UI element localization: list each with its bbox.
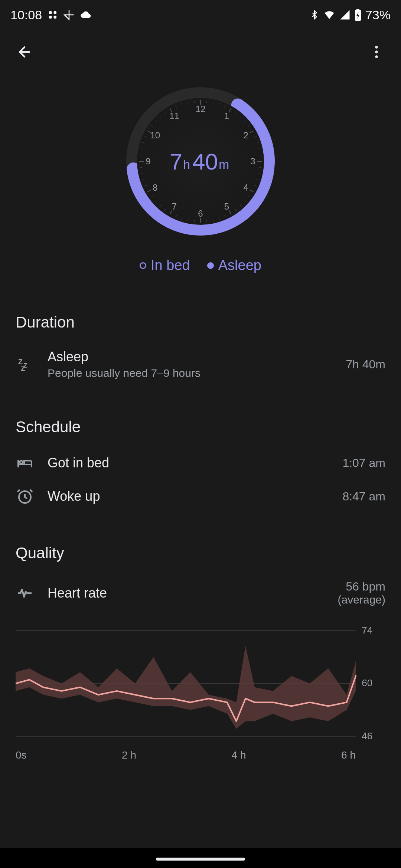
row-asleep[interactable]: ZZZ Asleep People usually need 7–9 hours… xyxy=(16,344,385,389)
x-tick: 6 h xyxy=(341,749,356,761)
svg-point-73 xyxy=(20,461,23,464)
status-battery-pct: 73% xyxy=(365,8,391,22)
status-time: 10:08 xyxy=(10,8,42,22)
row-got-in-bed[interactable]: Got in bed 1:07 am xyxy=(16,448,385,482)
status-bar: 10:08 73% xyxy=(0,0,401,30)
section-title-schedule: Schedule xyxy=(16,418,385,436)
row-heart-rate-label: Heart rate xyxy=(48,585,325,601)
svg-point-8 xyxy=(375,55,378,58)
pinwheel-icon xyxy=(63,9,75,20)
alarm-clock-icon xyxy=(16,487,34,506)
sleep-clock-ring: 123456789101112 7 h 40 m xyxy=(121,82,280,241)
svg-rect-0 xyxy=(49,11,52,14)
svg-text:74: 74 xyxy=(362,627,372,635)
row-heart-rate-value: 56 bpm (average) xyxy=(338,580,385,606)
cloud-icon xyxy=(80,9,92,21)
row-woke-up[interactable]: Woke up 8:47 am xyxy=(16,482,385,515)
row-asleep-label: Asleep xyxy=(48,349,332,365)
svg-text:46: 46 xyxy=(362,731,372,741)
quality-section: Quality Heart rate 56 bpm (average) xyxy=(0,544,401,616)
section-title-duration: Duration xyxy=(16,313,385,331)
svg-point-7 xyxy=(375,50,378,53)
signal-icon xyxy=(339,9,351,20)
row-asleep-sub: People usually need 7–9 hours xyxy=(48,367,332,379)
nav-handle[interactable] xyxy=(156,858,245,861)
heart-rate-icon xyxy=(16,584,34,602)
row-got-in-bed-label: Got in bed xyxy=(48,455,329,471)
bluetooth-icon xyxy=(310,9,319,20)
legend-asleep: Asleep xyxy=(207,257,261,273)
svg-point-6 xyxy=(375,46,378,49)
svg-text:Z: Z xyxy=(21,364,25,372)
x-tick: 2 h xyxy=(122,749,136,761)
schedule-section: Schedule Got in bed 1:07 am Woke up 8:47… xyxy=(0,418,401,515)
bed-icon xyxy=(16,454,34,472)
app-bar xyxy=(0,30,401,74)
sleep-zz-icon: ZZZ xyxy=(16,355,34,374)
more-options-button[interactable] xyxy=(363,39,390,65)
row-woke-up-value: 8:47 am xyxy=(342,490,385,503)
legend-in-bed: In bed xyxy=(140,257,190,273)
svg-text:60: 60 xyxy=(362,678,372,688)
circle-outline-icon xyxy=(140,262,146,269)
sleep-ring-section: 123456789101112 7 h 40 m In bed Asleep xyxy=(0,74,401,285)
row-asleep-value: 7h 40m xyxy=(346,358,385,371)
svg-rect-5 xyxy=(356,9,359,10)
wifi-icon xyxy=(323,9,336,20)
slack-icon xyxy=(47,9,58,20)
row-woke-up-label: Woke up xyxy=(48,489,329,504)
x-tick: 4 h xyxy=(232,749,246,761)
row-got-in-bed-value: 1:07 am xyxy=(342,456,385,470)
sleep-legend: In bed Asleep xyxy=(140,257,261,273)
battery-charging-icon xyxy=(354,9,362,21)
row-heart-rate[interactable]: Heart rate 56 bpm (average) xyxy=(16,575,385,616)
duration-section: Duration ZZZ Asleep People usually need … xyxy=(0,313,401,389)
svg-rect-2 xyxy=(49,16,52,19)
sleep-duration-center: 7 h 40 m xyxy=(121,82,280,241)
back-button[interactable] xyxy=(11,39,38,65)
x-tick: 0s xyxy=(16,749,27,761)
section-title-quality: Quality xyxy=(16,544,385,562)
svg-rect-1 xyxy=(54,11,57,14)
circle-fill-icon xyxy=(207,262,214,269)
svg-rect-3 xyxy=(54,16,57,19)
heart-rate-chart: 466074 0s2 h4 h6 h xyxy=(0,616,401,761)
